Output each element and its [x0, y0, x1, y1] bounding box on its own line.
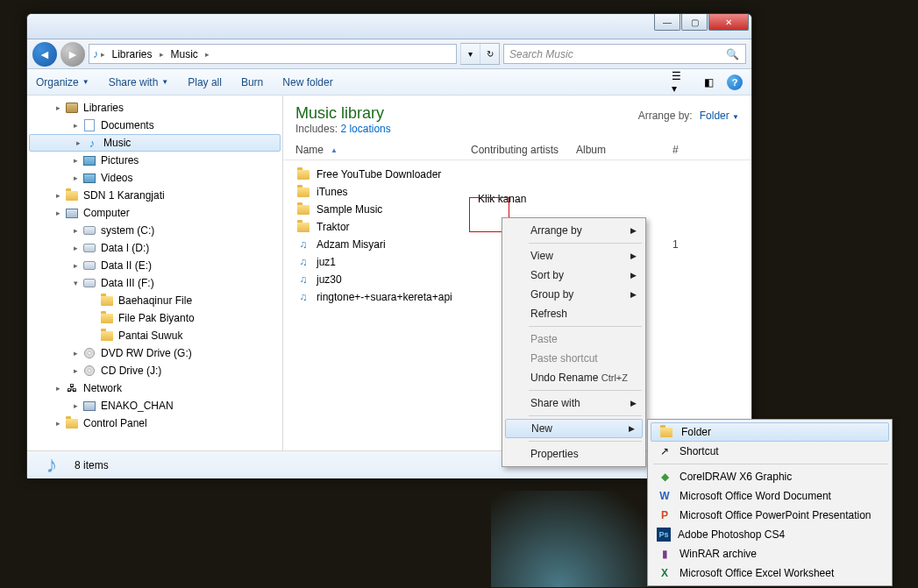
view-options-button[interactable]: ☰ ▾: [671, 74, 690, 91]
tree-item[interactable]: ▸Computer: [27, 204, 282, 222]
close-button[interactable]: ✕: [708, 14, 749, 31]
expand-icon[interactable]: ▸: [69, 121, 82, 130]
expand-icon[interactable]: ▾: [69, 279, 82, 287]
search-input[interactable]: Search Music 🔍: [503, 44, 746, 64]
chevron-right-icon: ▸: [101, 50, 105, 59]
col-contrib[interactable]: Contributing artists: [471, 144, 576, 156]
sm-excel[interactable]: XMicrosoft Office Excel Worksheet: [650, 563, 890, 583]
expand-icon[interactable]: ▸: [72, 138, 84, 147]
sm-shortcut[interactable]: ↗Shortcut: [650, 442, 890, 461]
sm-word[interactable]: WMicrosoft Office Word Document: [650, 486, 890, 506]
file-name: ringtone+-+suara+kereta+api: [317, 291, 452, 303]
tree-label: Pantai Suwuk: [118, 329, 182, 342]
maximize-button[interactable]: ▢: [681, 14, 708, 31]
audio-icon: ♫: [295, 290, 311, 304]
tree-item[interactable]: ▸DVD RW Drive (G:): [27, 344, 282, 362]
chevron-right-icon: ▸: [205, 50, 210, 59]
cm-undo-rename[interactable]: Undo RenameCtrl+Z: [504, 368, 644, 387]
sm-powerpoint[interactable]: PMicrosoft Office PowerPoint Presentatio…: [650, 506, 890, 525]
share-with-button[interactable]: Share with▼: [109, 76, 169, 89]
chevron-right-icon: ▶: [630, 251, 637, 260]
sm-winrar[interactable]: ▮WinRAR archive: [650, 544, 890, 563]
expand-icon[interactable]: ▸: [69, 226, 82, 235]
breadcrumb[interactable]: ♪ ▸ Libraries ▸ Music ▸: [89, 44, 457, 64]
file-name: Sample Music: [317, 203, 382, 216]
tree-item[interactable]: ▾Data III (F:): [27, 274, 282, 292]
tree-item[interactable]: ▸Libraries: [27, 99, 282, 117]
folder-icon: [658, 425, 674, 439]
file-row[interactable]: Free YouTube Downloader: [295, 166, 739, 183]
chevron-right-icon: ▶: [630, 226, 637, 235]
tree-item[interactable]: ▸🖧Network: [27, 379, 282, 397]
help-icon[interactable]: ?: [727, 74, 743, 90]
arrange-by[interactable]: Arrange by: Folder ▼: [638, 104, 739, 122]
tree-item[interactable]: ▸Data II (E:): [27, 257, 282, 274]
tree-item[interactable]: ▸Control Panel: [27, 414, 282, 432]
tree-item[interactable]: ▸Documents: [27, 117, 282, 134]
tree-label: Data I (D:): [101, 242, 149, 254]
tree-item[interactable]: ▸SDN 1 Karangjati: [27, 187, 282, 204]
expand-icon[interactable]: ▸: [69, 244, 82, 252]
col-num[interactable]: #: [672, 144, 708, 156]
cm-arrange-by[interactable]: Arrange by▶: [504, 221, 644, 240]
tree-item[interactable]: ▸♪Music: [29, 134, 281, 152]
nav-tree[interactable]: ▸Libraries▸Documents▸♪Music▸Pictures▸Vid…: [27, 96, 283, 450]
refresh-button[interactable]: ↻: [480, 44, 499, 64]
separator: [529, 243, 642, 244]
sm-folder[interactable]: Folder: [651, 422, 889, 442]
expand-icon[interactable]: ▸: [69, 401, 82, 410]
tree-label: Data II (E:): [101, 259, 152, 272]
tree-item[interactable]: Pantai Suwuk: [27, 327, 282, 344]
expand-icon[interactable]: ▸: [69, 174, 82, 182]
new-folder-button[interactable]: New folder: [282, 76, 332, 89]
play-all-button[interactable]: Play all: [188, 76, 222, 89]
sm-photoshop[interactable]: PsAdobe Photoshop CS4: [650, 525, 890, 544]
cm-new[interactable]: New▶: [505, 419, 643, 438]
tree-label: DVD RW Drive (G:): [101, 347, 192, 359]
tree-item[interactable]: ▸CD Drive (J:): [27, 362, 282, 379]
chevron-right-icon: ▶: [629, 424, 635, 433]
col-name[interactable]: Name▲: [295, 144, 471, 156]
includes-link[interactable]: 2 locations: [340, 123, 390, 135]
sm-corel[interactable]: ◆CorelDRAW X6 Graphic: [650, 467, 890, 486]
tree-item[interactable]: ▸system (C:): [27, 222, 282, 239]
cm-group-by[interactable]: Group by▶: [504, 285, 644, 304]
expand-icon[interactable]: ▸: [69, 366, 82, 375]
cm-view[interactable]: View▶: [504, 246, 644, 266]
minimize-button[interactable]: —: [654, 14, 680, 31]
preview-pane-button[interactable]: ◧: [699, 74, 718, 91]
file-name: Adzam Misyari: [317, 238, 386, 251]
tree-item[interactable]: ▸Videos: [27, 169, 282, 187]
expand-icon[interactable]: ▸: [52, 419, 64, 428]
tree-label: ENAKO_CHAN: [101, 400, 174, 412]
titlebar[interactable]: — ▢ ✕: [27, 14, 751, 39]
back-button[interactable]: ◄: [32, 42, 57, 67]
cm-share-with[interactable]: Share with▶: [504, 393, 644, 413]
cm-sort-by[interactable]: Sort by▶: [504, 266, 644, 285]
tree-item[interactable]: ▸Pictures: [27, 152, 282, 169]
expand-icon[interactable]: ▸: [52, 384, 64, 393]
burn-button[interactable]: Burn: [241, 76, 263, 89]
col-album[interactable]: Album: [576, 144, 672, 156]
folder-icon: [295, 185, 311, 199]
expand-icon[interactable]: ▸: [69, 261, 82, 270]
expand-icon[interactable]: ▸: [69, 156, 82, 165]
expand-icon[interactable]: ▸: [52, 209, 64, 217]
column-headers[interactable]: Name▲ Contributing artists Album #: [283, 140, 751, 160]
breadcrumb-current[interactable]: Music: [166, 48, 203, 60]
expand-icon[interactable]: ▸: [52, 191, 64, 200]
breadcrumb-root[interactable]: Libraries: [107, 48, 158, 60]
organize-button[interactable]: Organize▼: [36, 76, 89, 89]
expand-icon[interactable]: ▸: [52, 103, 64, 112]
tree-item[interactable]: Baehaqinur File: [27, 292, 282, 309]
tree-item[interactable]: File Pak Biyanto: [27, 309, 282, 327]
folder-icon: [64, 188, 80, 202]
tree-item[interactable]: ▸Data I (D:): [27, 239, 282, 257]
cm-properties[interactable]: Properties: [504, 444, 644, 464]
breadcrumb-dropdown[interactable]: ▾: [460, 44, 480, 64]
cm-refresh[interactable]: Refresh: [504, 304, 644, 323]
tree-item[interactable]: ▸ENAKO_CHAN: [27, 397, 282, 414]
forward-button[interactable]: ►: [60, 42, 85, 67]
expand-icon[interactable]: ▸: [69, 349, 82, 358]
drive-icon: [82, 223, 97, 237]
